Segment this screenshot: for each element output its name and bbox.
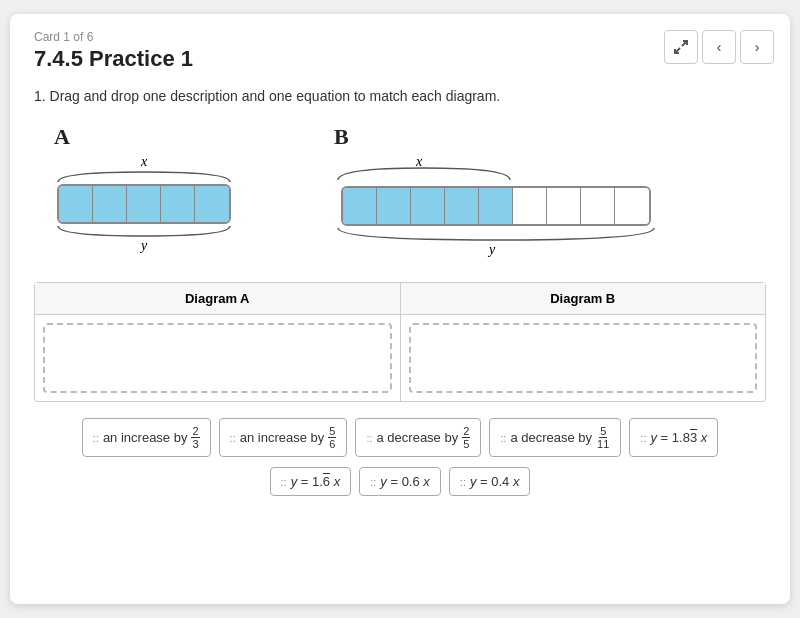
chip-dots: :: — [93, 432, 99, 444]
cell — [195, 186, 229, 222]
chips-row-1: :: an increase by 23 :: an increase by 5… — [82, 418, 718, 457]
chip-y-1-83-x[interactable]: :: y = 1.83 x — [629, 418, 718, 457]
cell — [93, 186, 127, 222]
chip-text: y = 1.83 x — [650, 430, 707, 445]
drop-header-a: Diagram A — [35, 283, 400, 315]
chips-row-2: :: y = 1.6 x :: y = 0.6 x :: y = 0.4 x — [270, 467, 531, 496]
diagram-b-bar — [341, 186, 651, 226]
diagram-a-bar — [57, 184, 231, 224]
diagram-b-visual: x — [334, 154, 658, 258]
diagram-b: B x — [334, 124, 658, 258]
cell — [59, 186, 93, 222]
chip-dots: :: — [500, 432, 506, 444]
chip-y-0-6-x[interactable]: :: y = 0.6 x — [359, 467, 441, 496]
cell — [445, 188, 479, 224]
chip-dots: :: — [460, 476, 466, 488]
chip-dots: :: — [230, 432, 236, 444]
chip-decrease-2-5[interactable]: :: a decrease by 25 — [355, 418, 481, 457]
drop-col-b: Diagram B — [401, 283, 766, 401]
cell — [127, 186, 161, 222]
diagram-a-top-brace-svg — [54, 170, 234, 184]
chip-fraction: 511 — [596, 425, 610, 450]
chip-increase-2-3[interactable]: :: an increase by 23 — [82, 418, 211, 457]
cell — [479, 188, 513, 224]
chip-y-1-6-x[interactable]: :: y = 1.6 x — [270, 467, 352, 496]
cell — [581, 188, 615, 224]
chip-text: a decrease by — [510, 430, 592, 445]
card-label: Card 1 of 6 — [34, 30, 766, 44]
card-title: 7.4.5 Practice 1 — [34, 46, 766, 72]
chip-dots: :: — [366, 432, 372, 444]
chip-text: y = 0.4 x — [470, 474, 520, 489]
card: Card 1 of 6 7.4.5 Practice 1 ‹ › 1. Drag… — [10, 14, 790, 604]
diagram-a-visual: x y — [54, 154, 234, 254]
instruction: 1. Drag and drop one description and one… — [34, 88, 766, 104]
cell — [411, 188, 445, 224]
cell — [547, 188, 581, 224]
chip-text: a decrease by — [377, 430, 459, 445]
chip-text: y = 0.6 x — [380, 474, 430, 489]
diagram-b-bottom-brace-svg — [334, 226, 658, 254]
diagram-a-top-brace: x — [54, 154, 234, 184]
diagram-a-x-label: x — [141, 154, 147, 170]
diagram-b-x-label: x — [416, 154, 422, 170]
diagram-b-label: B — [334, 124, 349, 150]
next-button[interactable]: › — [740, 30, 774, 64]
chip-fraction: 25 — [462, 425, 470, 450]
chip-dots: :: — [640, 432, 646, 444]
diagram-a-y-label: y — [141, 238, 147, 254]
diagram-a-label: A — [54, 124, 70, 150]
diagrams-row: A x — [54, 124, 766, 258]
chip-y-0-4-x[interactable]: :: y = 0.4 x — [449, 467, 531, 496]
diagram-b-top-area: x — [334, 154, 658, 186]
chip-fraction: 23 — [191, 425, 199, 450]
chip-dots: :: — [281, 476, 287, 488]
cell — [513, 188, 547, 224]
drop-header-b: Diagram B — [401, 283, 766, 315]
drop-col-a: Diagram A — [35, 283, 401, 401]
drop-table: Diagram A Diagram B — [34, 282, 766, 402]
chip-increase-5-6[interactable]: :: an increase by 56 — [219, 418, 348, 457]
cell — [343, 188, 377, 224]
diagram-b-top-brace-svg — [334, 154, 658, 182]
expand-button[interactable] — [664, 30, 698, 64]
drop-zone-a[interactable] — [43, 323, 392, 393]
diagram-b-y-label: y — [489, 242, 495, 258]
diagram-a-bottom-brace-svg — [54, 224, 234, 238]
chip-fraction: 56 — [328, 425, 336, 450]
diagram-b-bottom-area: y — [334, 226, 658, 258]
cell — [161, 186, 195, 222]
chip-decrease-5-11[interactable]: :: a decrease by 511 — [489, 418, 621, 457]
cell — [615, 188, 649, 224]
chip-text: y = 1.6 x — [291, 474, 341, 489]
diagram-a-bottom-brace: y — [54, 224, 234, 254]
chip-dots: :: — [370, 476, 376, 488]
chip-text: an increase by — [240, 430, 325, 445]
cell — [377, 188, 411, 224]
chip-text: an increase by — [103, 430, 188, 445]
chips-area: :: an increase by 23 :: an increase by 5… — [34, 418, 766, 496]
diagram-a: A x — [54, 124, 234, 254]
prev-button[interactable]: ‹ — [702, 30, 736, 64]
drop-zone-b[interactable] — [409, 323, 758, 393]
nav-buttons: ‹ › — [664, 30, 774, 64]
